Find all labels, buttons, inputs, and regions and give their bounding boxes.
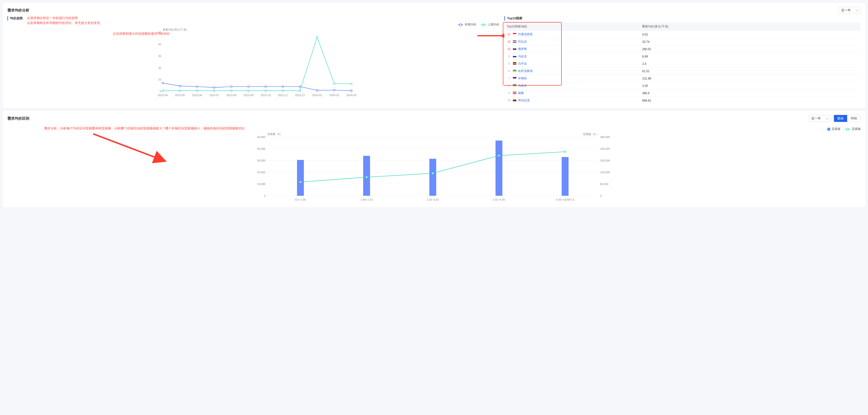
svg-rect-67 [496, 140, 502, 196]
country-cell[interactable]: 6哈萨克斯坦 [504, 68, 640, 75]
svg-text:60,000: 60,000 [600, 182, 609, 185]
svg-text:30,000: 30,000 [257, 159, 266, 162]
rank-badge: 8 [507, 84, 511, 87]
svg-point-28 [316, 90, 318, 91]
table-row: 9秘鲁385.6 [504, 90, 861, 97]
country-cell[interactable]: 5乌干达 [504, 60, 640, 68]
svg-text:0: 0 [600, 194, 601, 197]
legend-volume[interactable]: 贸易量 [827, 127, 841, 131]
svg-text:40,000: 40,000 [257, 147, 266, 150]
price-cell: 20.74 [640, 38, 861, 45]
country-cell[interactable]: 1印度尼西亚 [504, 31, 640, 38]
svg-point-31 [162, 90, 163, 92]
table-row: 2巴拉圭20.74 [504, 38, 861, 45]
svg-point-22 [213, 87, 215, 88]
flag-icon [513, 40, 517, 43]
range-bar-chart: 010,00020,00030,00040,00050,000060,00012… [7, 132, 861, 203]
svg-point-38 [282, 90, 283, 92]
svg-point-69 [300, 181, 302, 183]
svg-point-73 [564, 151, 566, 153]
country-cell[interactable]: 8乌克兰 [504, 82, 640, 90]
flag-icon [513, 62, 517, 65]
svg-text:贸易量（K）: 贸易量（K） [267, 133, 283, 136]
country-cell[interactable]: 3俄罗斯 [504, 45, 640, 53]
svg-point-39 [299, 90, 301, 92]
period-select-2[interactable]: 近一年 [809, 115, 831, 122]
svg-point-40 [316, 36, 318, 38]
period-select-1[interactable]: 近一年 [839, 7, 861, 14]
svg-text:300,000: 300,000 [600, 136, 610, 138]
svg-point-30 [350, 90, 352, 92]
trend-chart-container: 均价趋势 从需求侧分析近一年的进口均价趋势 以及本期和去年同期的均价对比，有无较… [7, 16, 499, 104]
view-toggle: 图表 明细 [834, 115, 861, 122]
rank-badge: 4 [507, 55, 511, 58]
svg-point-25 [265, 85, 267, 88]
svg-text:2023-09: 2023-09 [244, 94, 253, 97]
legend-current[interactable]: .lg-line::after{border-color:inherit} 本期… [458, 23, 476, 27]
rank-badge: 7 [507, 77, 511, 80]
svg-rect-65 [363, 156, 370, 196]
rank-badge: 9 [507, 92, 511, 95]
panel2-title: 需求均价区间 [7, 116, 29, 121]
svg-text:10,000: 10,000 [257, 182, 266, 185]
price-cell: 4.02 [640, 31, 861, 38]
flag-icon [513, 99, 517, 102]
country-cell[interactable]: 2巴拉圭 [504, 38, 640, 45]
svg-rect-68 [562, 157, 568, 196]
svg-text:40: 40 [158, 43, 161, 46]
flag-icon [513, 92, 517, 94]
country-cell[interactable]: 9秘鲁 [504, 90, 640, 97]
svg-text:10: 10 [158, 78, 161, 81]
legend-amount[interactable]: 贸易额 [845, 127, 861, 131]
svg-text:0.0~1.86: 0.0~1.86 [295, 198, 306, 201]
flag-icon [513, 77, 517, 79]
svg-point-33 [196, 90, 198, 92]
svg-text:50: 50 [158, 31, 161, 34]
svg-point-35 [230, 90, 232, 92]
table-row: 6哈萨克斯坦61.51 [504, 68, 861, 75]
th-country: Top10国家/地区 [504, 23, 640, 31]
svg-point-37 [265, 90, 267, 92]
svg-text:1.86~2.33: 1.86~2.33 [361, 198, 372, 201]
svg-rect-66 [429, 159, 436, 196]
svg-text:0: 0 [264, 194, 266, 197]
svg-text:50,000: 50,000 [257, 136, 266, 138]
svg-rect-64 [297, 160, 304, 196]
svg-point-29 [333, 89, 335, 91]
svg-text:2023-08: 2023-08 [226, 94, 236, 97]
btn-chart-view[interactable]: 图表 [834, 115, 847, 122]
svg-point-27 [299, 85, 301, 88]
country-cell[interactable]: 7菲律宾 [504, 75, 640, 82]
svg-text:2023-10: 2023-10 [261, 94, 271, 97]
rank-badge: 10 [507, 99, 511, 102]
svg-text:30: 30 [158, 55, 161, 58]
svg-text:贸易额（K）: 贸易额（K） [583, 133, 598, 136]
rank-badge: 1 [507, 33, 511, 36]
rank-badge: 2 [507, 40, 511, 43]
svg-point-34 [213, 90, 215, 92]
country-cell[interactable]: 4乌拉圭 [504, 53, 640, 60]
sub-title-top10: Top10国家 [504, 16, 861, 21]
price-cell: 131.98 [640, 75, 861, 82]
legend-prev[interactable]: 上期均价 [481, 23, 499, 27]
price-cell: 666.81 [640, 97, 861, 104]
price-cell: 3.35 [640, 82, 861, 90]
price-cell: 6.69 [640, 53, 861, 60]
svg-point-42 [350, 83, 352, 84]
svg-point-26 [282, 85, 283, 88]
svg-point-32 [179, 90, 181, 92]
svg-text:180,000: 180,000 [600, 159, 610, 162]
rank-badge: 5 [507, 62, 511, 65]
legend-trend: .lg-line::after{border-color:inherit} 本期… [7, 23, 499, 27]
country-cell[interactable]: 10哥伦比亚 [504, 97, 640, 104]
svg-text:2023-04: 2023-04 [158, 94, 167, 97]
svg-text:2023-07: 2023-07 [209, 94, 219, 97]
btn-detail-view[interactable]: 明细 [847, 115, 860, 122]
svg-text:120,000: 120,000 [600, 171, 610, 174]
svg-text:2024-03: 2024-03 [346, 94, 356, 97]
svg-point-70 [366, 176, 368, 178]
panel1-title: 需求均价分析 [7, 8, 29, 13]
svg-text:4.35~142947.0: 4.35~142947.0 [556, 198, 574, 201]
price-cell: 2.4 [640, 60, 861, 68]
table-row: 4乌拉圭6.69 [504, 53, 861, 60]
